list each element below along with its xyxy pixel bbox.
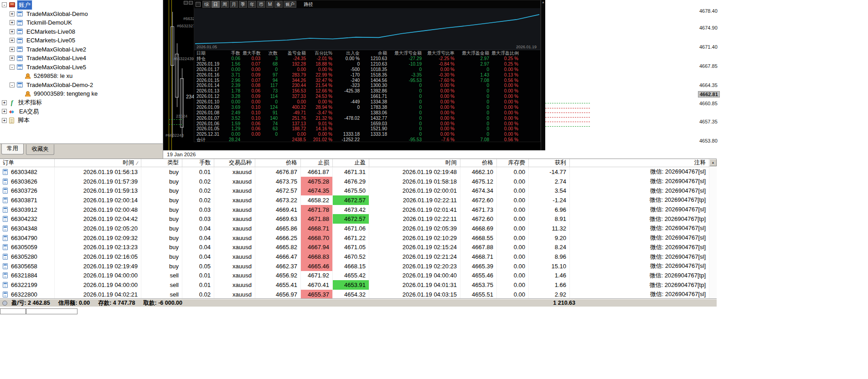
tree-item[interactable]: +ECMarkets-Live08 — [0, 27, 163, 36]
order-symbol: xauusd — [214, 280, 255, 290]
stats-row: 2026.01.170.000.0000.000.00 %-5001018.35… — [194, 67, 540, 72]
order-row[interactable]: 663056582026.01.19 02:19:49buy0.05xauusd… — [0, 261, 709, 271]
order-row[interactable]: 663036262026.01.19 01:57:39buy0.02xauusd… — [0, 177, 709, 186]
tree-item-label: 5269858: le xu — [32, 72, 74, 80]
order-row[interactable]: 663221992026.01.19 04:00:00sell0.01xauus… — [0, 280, 709, 290]
tree-item[interactable]: +技术指标 — [0, 98, 163, 108]
stats-cell: 2.97 — [457, 56, 491, 61]
tree-toggle-icon[interactable]: + — [10, 11, 15, 16]
status-profit: 盈/亏: 2 462.85 — [11, 299, 50, 307]
tree-item[interactable]: 5269858: le xu — [0, 72, 163, 81]
chart-window-icon[interactable] — [189, 1, 193, 5]
scroll-up-icon[interactable]: ▲ — [709, 159, 717, 166]
order-row[interactable]: 663034822026.01.19 01:56:13buy0.01xauusd… — [0, 167, 709, 177]
stats-toolbar-button[interactable]: 周 — [221, 1, 229, 8]
orders-header-sl[interactable]: 止损 — [301, 159, 333, 167]
stats-toolbar-button[interactable]: 综 — [202, 1, 211, 8]
tree-toggle-icon[interactable]: + — [2, 100, 7, 105]
tree-toggle-icon[interactable]: + — [10, 47, 15, 52]
time-axis-label: 19 Jan 2026 — [167, 152, 196, 157]
stats-toolbar-button[interactable]: 币 — [257, 1, 265, 8]
order-price: 4665.82 — [255, 243, 301, 252]
order-order: 66303482 — [0, 167, 55, 177]
stats-toolbar-button[interactable]: 季 — [239, 1, 247, 8]
stats-toolbar-button[interactable]: 年 — [248, 1, 256, 8]
tree-toggle-icon[interactable]: + — [10, 38, 15, 43]
order-row[interactable]: 663039122026.01.19 02:00:48buy0.03xauusd… — [0, 205, 709, 215]
order-row[interactable]: 663042322026.01.19 02:04:42buy0.03xauusd… — [0, 214, 709, 224]
order-row[interactable]: 663218842026.01.19 04:00:00sell0.01xauus… — [0, 271, 709, 281]
chart-area[interactable]: #66323#6632327#663224392349223324#663224… — [163, 0, 545, 150]
tab-common[interactable]: 常用 — [1, 144, 24, 154]
order-row[interactable]: 663047902026.01.19 02:09:32buy0.04xauusd… — [0, 233, 709, 243]
tree-item[interactable]: 990003589: tengteng ke — [0, 89, 163, 98]
account-icon — [17, 46, 23, 52]
tree-item[interactable]: +EA交易 — [0, 107, 163, 116]
orders-header-swap[interactable]: 库存费 — [497, 159, 529, 167]
orders-header-lots[interactable]: 手数 — [182, 159, 214, 167]
stats-cell: 0.00 % — [424, 121, 457, 127]
tree-item[interactable]: -TradeMaxGlobal-Demo-2 — [0, 81, 163, 90]
stats-cell: 2026.01.08 — [194, 110, 223, 116]
stats-toolbar-button[interactable]: 月 — [230, 1, 238, 8]
tree-toggle-icon[interactable]: - — [10, 82, 15, 87]
tree-item-label: 技术指标 — [17, 98, 43, 107]
tree-toggle-icon[interactable]: - — [10, 65, 15, 70]
orders-header-symbol[interactable]: 交易品种 — [214, 159, 255, 167]
orders-header-profit[interactable]: 获利 — [529, 159, 570, 167]
order-row[interactable]: 663228002026.01.19 04:02:21sell0.02xauus… — [0, 290, 709, 299]
order-tp: 4671.05 — [333, 243, 369, 252]
order-close_price: 4675.12 — [460, 177, 497, 186]
order-row[interactable]: 663052802026.01.19 02:16:05buy0.04xauusd… — [0, 252, 709, 261]
tree-item[interactable]: +脚本 — [0, 116, 163, 125]
orders-header-order[interactable]: 订单 — [0, 159, 55, 167]
orders-header-label: 止盈 — [354, 159, 366, 167]
tree-toggle-icon[interactable]: + — [2, 109, 7, 114]
stats-cell: 63 — [263, 126, 280, 132]
tree-toggle-icon[interactable]: + — [10, 29, 15, 34]
tree-item[interactable]: -TradeMaxGlobal-Live5 — [0, 63, 163, 72]
tab-favorites[interactable]: 收藏夹 — [26, 144, 54, 155]
stats-toolbar-button[interactable]: 日 — [212, 1, 220, 8]
orders-header-tp[interactable]: 止盈 — [333, 159, 369, 167]
order-type: buy — [141, 243, 182, 252]
vertical-session-line — [169, 0, 169, 150]
tree-item[interactable]: +ECMarkets-Live05 — [0, 36, 163, 45]
tree-item[interactable]: +TradeMaxGlobal-Live2 — [0, 45, 163, 54]
order-row[interactable]: 663038712026.01.19 02:00:14buy0.02xauusd… — [0, 195, 709, 205]
orders-header-open_time[interactable]: 时间∕ — [55, 159, 141, 167]
tree-item[interactable]: +Tickmill-DemoUK — [0, 18, 163, 27]
orders-scrollbar[interactable]: ▲ — [709, 159, 717, 299]
order-row[interactable]: 663050592026.01.19 02:13:23buy0.04xauusd… — [0, 243, 709, 252]
stats-toolbar-button[interactable]: 备 — [274, 1, 283, 8]
orders-header-close_time[interactable]: 时间 — [369, 159, 460, 167]
order-sl: 4667.94 — [301, 243, 333, 252]
order-close_price: 4668.55 — [460, 233, 497, 243]
tree-toggle-icon[interactable]: - — [2, 2, 7, 7]
tree-toggle-icon[interactable]: + — [10, 20, 15, 25]
order-close_price: 4655.46 — [460, 271, 497, 281]
navigator-tree: -账户+TradeMaxGlobal-Demo+Tickmill-DemoUK+… — [0, 0, 163, 143]
tree-toggle-icon[interactable]: + — [2, 118, 7, 123]
chart-window-icon[interactable] — [184, 1, 188, 5]
stats-cell: 0 — [457, 105, 491, 110]
orders-header-comment[interactable]: 注释 — [570, 159, 709, 167]
stats-cell: 2026.01.14 — [194, 83, 223, 88]
order-sl: 4658.22 — [301, 195, 333, 205]
stats-toolbar-button[interactable]: M — [266, 1, 274, 8]
order-row[interactable]: 663043482026.01.19 02:05:20buy0.04xauusd… — [0, 224, 709, 233]
mt4-terminal-window: -账户+TradeMaxGlobal-Demo+Tickmill-DemoUK+… — [0, 0, 868, 379]
orders-header-close_price[interactable]: 价格 — [460, 159, 497, 167]
orders-header-price[interactable]: 价格 — [255, 159, 301, 167]
panel-scrollbar[interactable]: ▲ — [541, 0, 545, 150]
orders-header-type[interactable]: 类型 — [141, 159, 182, 167]
tree-item[interactable]: +TradeMaxGlobal-Live4 — [0, 54, 163, 63]
tree-item-label: ECMarkets-Live05 — [25, 36, 77, 44]
orders-header-label: 注释 — [694, 159, 706, 167]
tree-toggle-icon[interactable]: + — [10, 56, 15, 61]
order-type: buy — [141, 177, 182, 186]
order-row[interactable]: 663037262026.01.19 01:59:13buy0.02xauusd… — [0, 186, 709, 195]
stats-toolbar-button[interactable]: 账户 — [284, 1, 296, 8]
tree-item[interactable]: -账户 — [0, 0, 163, 10]
tree-item[interactable]: +TradeMaxGlobal-Demo — [0, 10, 163, 19]
